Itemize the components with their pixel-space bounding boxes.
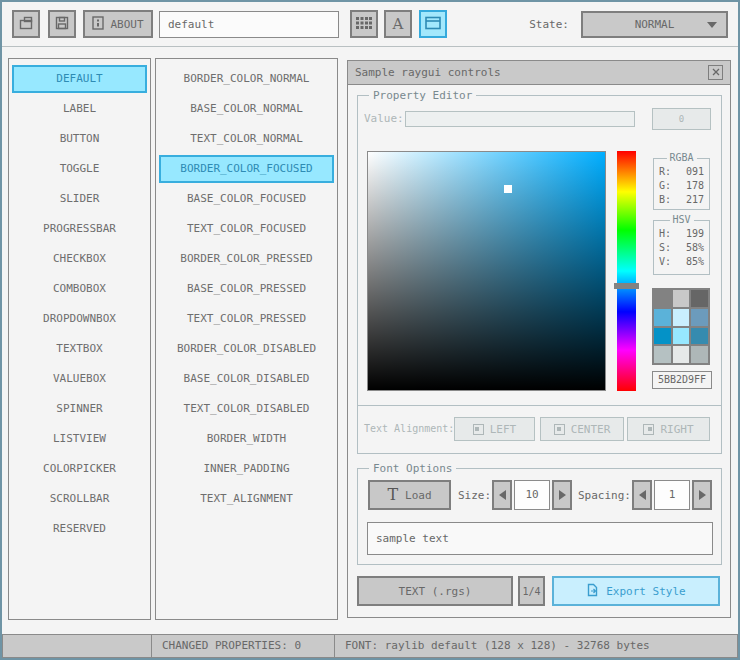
properties-list-item[interactable]: TEXT_COLOR_DISABLED [159,395,334,423]
align-center-icon [554,424,565,435]
controls-list-item[interactable]: SCROLLBAR [12,485,147,513]
status-font-info: FONT: raylib default (128 x 128) - 32768… [334,634,738,658]
controls-list-item[interactable]: BUTTON [12,125,147,153]
sample-window-title: Sample raygui controls [355,66,501,79]
color-swatch[interactable] [654,309,671,326]
size-increase-button[interactable] [552,480,572,510]
close-button[interactable] [708,65,723,80]
color-swatch[interactable] [691,309,708,326]
state-label: State: [529,18,569,31]
align-right-button[interactable]: RIGHT [627,417,710,441]
toolbar: ABOUT A State: NORMAL [2,2,738,47]
divider [358,405,721,406]
controls-list-item[interactable]: DROPDOWNBOX [12,305,147,333]
about-button[interactable]: ABOUT [83,10,153,38]
color-swatch[interactable] [691,328,708,345]
controls-list-item[interactable]: SLIDER [12,185,147,213]
controls-list-item[interactable]: CHECKBOX [12,245,147,273]
arrow-left-icon [639,490,646,500]
controls-view-button[interactable] [419,10,447,38]
spacing-decrease-button[interactable] [632,480,652,510]
controls-list-item[interactable]: DEFAULT [12,65,147,93]
color-swatch[interactable] [673,309,690,326]
load-font-button[interactable]: T Load [368,480,451,510]
controls-list-item[interactable]: TOGGLE [12,155,147,183]
state-dropdown-value: NORMAL [635,18,675,31]
hex-value-box[interactable]: 5BB2D9FF [652,371,712,389]
properties-list-item[interactable]: BORDER_COLOR_NORMAL [159,65,334,93]
export-file-icon [586,583,599,600]
hsv-label: HSV [669,214,693,226]
export-style-button[interactable]: Export Style [552,576,720,606]
floppy-disk-icon [54,15,70,34]
color-swatch[interactable] [654,290,671,307]
controls-list-item[interactable]: LABEL [12,95,147,123]
controls-list-item[interactable]: VALUEBOX [12,365,147,393]
rgba-channel-row: B: 217 [659,193,704,207]
color-swatch[interactable] [673,290,690,307]
properties-list-item[interactable]: BASE_COLOR_NORMAL [159,95,334,123]
color-saturation-value-panel[interactable] [367,151,606,391]
state-dropdown[interactable]: NORMAL [581,11,728,38]
properties-list-item[interactable]: BORDER_COLOR_FOCUSED [159,155,334,183]
align-right-button-label: RIGHT [660,423,693,436]
hsv-channel-row: S: 58% [659,241,704,255]
color-swatch[interactable] [654,346,671,363]
controls-list-item[interactable]: COMBOBOX [12,275,147,303]
controls-list-item[interactable]: RESERVED [12,515,147,543]
color-swatch[interactable] [691,290,708,307]
rguistyler-app: ABOUT A State: NORMAL [0,0,740,660]
properties-list-item[interactable]: TEXT_COLOR_PRESSED [159,305,334,333]
value-input[interactable] [405,111,635,127]
open-file-button[interactable] [12,10,40,38]
color-swatch[interactable] [691,346,708,363]
color-selector-cursor[interactable] [504,185,512,193]
properties-list-item[interactable]: TEXT_ALIGNMENT [159,485,334,513]
state-group: State: NORMAL [529,11,728,38]
font-icon: A [393,17,404,32]
style-name-input[interactable] [159,11,339,38]
properties-list-item[interactable]: BORDER_COLOR_PRESSED [159,245,334,273]
controls-list-item[interactable]: PROGRESSBAR [12,215,147,243]
export-format-button[interactable]: TEXT (.rgs) [357,576,513,606]
hsv-channel-row: H: 199 [659,227,704,241]
properties-list-item[interactable]: BASE_COLOR_DISABLED [159,365,334,393]
properties-list-item[interactable]: BORDER_WIDTH [159,425,334,453]
channel-key: R: [659,165,671,179]
value-apply-button[interactable]: 0 [652,108,711,130]
save-file-button[interactable] [48,10,76,38]
properties-list-item[interactable]: BASE_COLOR_PRESSED [159,275,334,303]
properties-list-item[interactable]: BORDER_COLOR_DISABLED [159,335,334,363]
status-bar: CHANGED PROPERTIES: 0 FONT: raylib defau… [2,634,738,658]
properties-list-item[interactable]: TEXT_COLOR_NORMAL [159,125,334,153]
spacing-increase-button[interactable] [692,480,712,510]
size-decrease-button[interactable] [492,480,512,510]
properties-list-item[interactable]: INNER_PADDING [159,455,334,483]
align-center-button[interactable]: CENTER [540,417,624,441]
controls-list-item[interactable]: LISTVIEW [12,425,147,453]
properties-list-item[interactable]: BASE_COLOR_FOCUSED [159,185,334,213]
channel-key: H: [659,227,671,241]
arrow-right-icon [699,490,706,500]
sample-text-box[interactable]: sample text [367,522,713,555]
controls-list-item[interactable]: COLORPICKER [12,455,147,483]
font-view-button[interactable]: A [384,10,412,38]
controls-list-item[interactable]: TEXTBOX [12,335,147,363]
style-table-view-button[interactable] [350,10,378,38]
color-swatch[interactable] [654,328,671,345]
controls-list-item[interactable]: SPINNER [12,395,147,423]
format-pager-button[interactable]: 1/4 [518,576,545,606]
properties-list-item[interactable]: TEXT_COLOR_FOCUSED [159,215,334,243]
folder-icon [18,15,34,34]
info-icon [92,16,104,33]
sample-window-titlebar[interactable]: Sample raygui controls [348,61,730,85]
hue-slider[interactable] [617,151,636,391]
rgba-channel-row: G: 178 [659,179,704,193]
channel-value: 217 [686,193,704,207]
font-options-group-label: Font Options [369,462,456,475]
property-editor-group-label: Property Editor [369,89,476,102]
color-swatch[interactable] [673,328,690,345]
hue-slider-handle[interactable] [614,283,639,289]
color-swatch[interactable] [673,346,690,363]
align-left-button[interactable]: LEFT [454,417,535,441]
